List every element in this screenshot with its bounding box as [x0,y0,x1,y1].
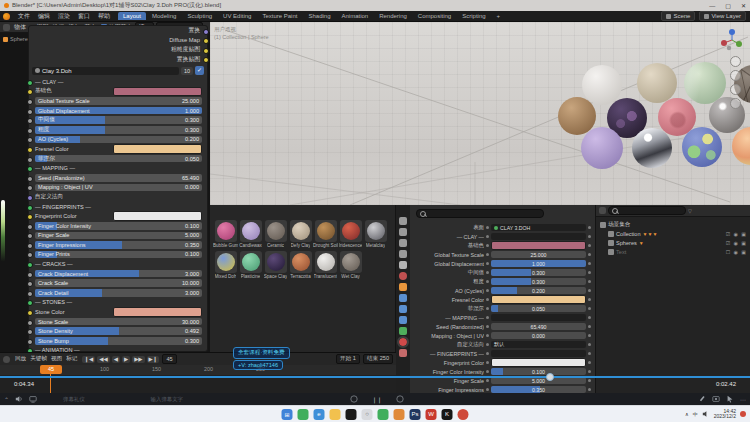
green-app-icon[interactable] [298,409,309,420]
anim-dot-icon[interactable] [486,379,489,382]
properties-tab-render[interactable] [399,228,407,236]
workspace-tab-Animation[interactable]: Animation [336,12,373,20]
blender-icon[interactable] [458,409,469,420]
current-frame-field[interactable]: 45 [162,354,176,364]
topbar-menu-编辑[interactable]: 编辑 [34,12,54,21]
anim-dot-icon[interactable] [486,253,489,256]
anim-dot-icon[interactable] [486,289,489,292]
outliner-item-collection[interactable]: Collection▼▼▼☑ ◉ ▣ [600,229,747,238]
asset-wet-clay[interactable]: Wet Clay [338,251,363,279]
property-slider[interactable]: 0.300 [491,269,586,276]
node-group-datablock[interactable]: Clay 3.Doh [32,67,179,75]
search-app-icon[interactable]: ○ [362,409,373,420]
orange-app-icon[interactable] [394,409,405,420]
color-swatch[interactable] [113,307,202,317]
anim-dot-icon[interactable] [486,298,489,301]
properties-tab-object[interactable] [399,283,407,291]
input-socket[interactable] [27,252,33,258]
decorator-dot-icon[interactable] [588,352,591,355]
topbar-menu-帮助[interactable]: 帮助 [94,12,114,21]
decorator-dot-icon[interactable] [588,307,591,310]
pencil-note-icon[interactable] [698,395,706,403]
candlewax-ball[interactable] [581,127,623,169]
funnel-icons[interactable]: ▼ [639,240,644,246]
visibility-icons[interactable]: ☑ ◉ ▣ [726,240,747,246]
property-field[interactable]: 默认 [491,341,586,348]
input-socket[interactable] [27,128,33,134]
decorator-dot-icon[interactable] [588,388,591,391]
timeline-menu-关键帧[interactable]: 关键帧 [28,355,49,363]
node-slider[interactable]: Finger Impressions0.350 [35,241,202,249]
property-field[interactable] [491,350,586,357]
properties-tab-material[interactable] [399,338,407,346]
input-socket[interactable] [27,291,33,297]
input-socket[interactable] [27,339,33,345]
funnel-icons[interactable]: ▼▼▼ [643,231,658,237]
properties-tab-physics[interactable] [399,316,407,324]
workspace-tab-Sculpting[interactable]: Sculpting [182,12,217,20]
color-swatch[interactable] [113,211,202,221]
timeline-menu-回放[interactable]: 回放 [13,355,28,363]
danmaku-input-hint[interactable]: 输入弹幕文字 [151,396,183,403]
danmaku-monitor-icon[interactable] [29,395,37,403]
properties-tab-output[interactable] [399,239,407,247]
anim-dot-icon[interactable] [486,325,489,328]
close-button[interactable]: ✕ [741,2,746,9]
input-socket[interactable] [27,224,33,230]
funnel-filter-icon[interactable]: ▽ [688,208,692,214]
color-ramp-node-edge[interactable] [1,200,5,262]
asset-candlewax[interactable]: Candlewax [238,220,263,248]
node-slider[interactable]: Stone Density0.492 [35,327,202,335]
timeline-menu-视图[interactable]: 视图 [49,355,64,363]
node-slider[interactable]: Global Displacement1.000 [35,107,202,115]
node-slider[interactable]: Global Texture Scale25.000 [35,97,202,105]
minimize-button[interactable]: — [709,3,715,9]
input-socket[interactable] [27,80,33,86]
property-slider[interactable]: 0.000 [491,332,586,339]
input-socket[interactable] [27,118,33,124]
workspace-tab-Rendering[interactable]: Rendering [374,12,412,20]
asset-ceramic[interactable]: Ceramic [263,220,288,248]
anim-dot-icon[interactable] [486,280,489,283]
node-slider[interactable]: Crack Displacement3.000 [35,270,202,278]
node-slider[interactable]: Finger Prints0.100 [35,251,202,259]
wps-icon[interactable]: W [426,409,437,420]
users-count[interactable]: 10 [181,67,193,75]
notification-badge[interactable] [740,411,746,417]
decorator-dot-icon[interactable] [588,235,591,238]
topbar-menu-文件[interactable]: 文件 [14,12,34,21]
decorator-dot-icon[interactable] [588,361,591,364]
outliner-item-spheres[interactable]: Spheres▼☑ ◉ ▣ [600,238,747,247]
node-slider[interactable]: 中间值0.300 [35,116,202,124]
property-slider[interactable]: 1.000 [491,260,586,267]
node-slider[interactable]: 粗度0.300 [35,126,202,134]
frame-end-field[interactable]: 结束 250 [363,354,393,364]
property-slider[interactable]: 0.300 [491,278,586,285]
asset-terracotta[interactable]: Terracotta [288,251,313,279]
input-socket[interactable] [27,281,33,287]
anim-dot-icon[interactable] [486,388,489,391]
anim-dot-icon[interactable] [486,244,489,247]
anim-dot-icon[interactable] [486,262,489,265]
tray-chevron-icon[interactable]: ∧ [685,411,689,417]
anim-dot-icon[interactable] [486,370,489,373]
asset-bubble-gum[interactable]: Bubble Gum [213,220,238,248]
property-slider[interactable]: 0.350 [491,386,586,393]
video-seekbar[interactable] [0,376,750,378]
play-reverse-button[interactable]: ◀ [112,356,120,363]
node-slider[interactable]: Stone Scale30.000 [35,318,202,326]
outliner-item-text[interactable]: Text☐ ◉ ▣ [600,247,747,256]
input-socket[interactable] [27,320,33,326]
viewport-3d[interactable]: 用户透视 (1) Collection | Sphere [210,22,750,205]
visibility-icons[interactable]: ☑ ◉ ▣ [726,231,747,237]
blender-menu-icon[interactable] [3,13,10,20]
input-socket[interactable] [27,329,33,335]
clay-node-group[interactable]: 置换Diffuse Map粗糙度贴图置换贴图 Clay 3.Doh 10 ✓ —… [28,25,208,352]
playhead-handle[interactable]: 45 [40,365,62,374]
edge-browser-icon[interactable]: e [314,409,325,420]
workspace-tab-Modeling[interactable]: Modeling [147,12,181,20]
node-slider[interactable]: AO (Cycles)0.200 [35,136,202,144]
anim-dot-icon[interactable] [486,343,489,346]
video-seek-handle[interactable] [546,373,554,381]
outliner-scene-collection[interactable]: 场景集合 [600,220,747,229]
